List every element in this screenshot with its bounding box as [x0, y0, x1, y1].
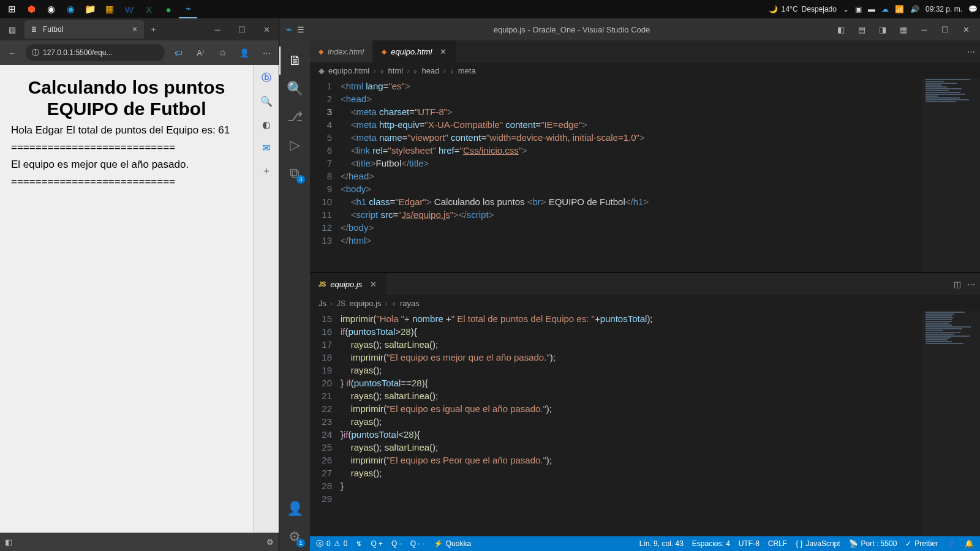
bing-icon[interactable]: ⓑ — [256, 67, 277, 88]
explorer-icon[interactable]: 📁 — [81, 0, 99, 18]
vscode-icon[interactable]: ⌁ — [179, 0, 197, 18]
status-problems[interactable]: ⓧ0⚠0 — [316, 539, 347, 549]
layout-icon[interactable]: ◧ — [833, 25, 849, 34]
weather-desc: Despejado — [802, 5, 837, 13]
extensions-badge: 3 — [296, 175, 305, 184]
onedrive-icon[interactable]: ☁ — [881, 5, 889, 13]
account-icon[interactable]: 👤 — [279, 495, 310, 523]
code-editor[interactable]: 151617181920212223242526272829 imprimir(… — [310, 311, 980, 536]
layout-icon[interactable]: ▤ — [854, 25, 870, 34]
maximize-button[interactable]: ☐ — [230, 20, 254, 39]
close-button[interactable]: ✕ — [254, 20, 279, 39]
settings-icon[interactable]: ⚙ — [266, 538, 274, 547]
sidebar-toggle-icon[interactable]: ◧ — [5, 538, 12, 547]
status-feedback-icon[interactable]: 👤 — [947, 539, 956, 548]
wifi-icon[interactable]: 📶 — [895, 5, 904, 13]
more-icon[interactable]: ⋯ — [258, 44, 275, 61]
back-button[interactable]: ← — [4, 44, 21, 61]
status-liveserver[interactable]: 📡Port : 5500 — [849, 539, 897, 548]
status-q-dd[interactable]: Q - - — [410, 539, 425, 548]
page-line-2: El equipo es mejor que el año pasado. — [11, 159, 242, 171]
source-control-icon[interactable]: ⎇ — [279, 103, 310, 131]
line-gutter: 12345678910111213 — [310, 78, 341, 272]
status-eol[interactable]: CRLF — [768, 539, 787, 548]
run-debug-icon[interactable]: ▷ — [279, 131, 310, 159]
status-q-minus[interactable]: Q - — [391, 539, 402, 548]
minimize-button[interactable]: ─ — [205, 20, 230, 39]
spotify-icon[interactable]: ● — [159, 0, 178, 18]
outlook-icon[interactable]: ✉ — [256, 137, 277, 158]
close-tab-icon[interactable]: ✕ — [440, 47, 447, 56]
layout-icon[interactable]: ◨ — [875, 25, 891, 34]
info-icon: ⓘ — [32, 48, 39, 58]
url-text: 127.0.0.1:5500/equ... — [43, 48, 112, 57]
chrome-icon[interactable]: ◉ — [42, 0, 60, 18]
address-bar[interactable]: ⓘ 127.0.0.1:5500/equ... — [26, 44, 165, 61]
error-icon: ⓧ — [316, 539, 323, 549]
status-bell-icon[interactable]: 🔔 — [965, 539, 974, 548]
html-file-icon: ◆ — [318, 48, 323, 56]
clock[interactable]: 09:32 p. m. — [925, 5, 962, 13]
new-tab-button[interactable]: ＋ — [144, 24, 162, 35]
explorer-icon[interactable]: 🗎 — [279, 47, 310, 75]
word-icon[interactable]: W — [120, 0, 138, 18]
page-heading: Calculando los puntos EQUIPO de Futbol — [11, 77, 242, 119]
breadcrumb[interactable]: ◆ equipo.html›⬨ html›⬨ head›⬨ meta — [310, 62, 980, 78]
status-q-plus[interactable]: Q + — [371, 539, 383, 548]
status-encoding[interactable]: UTF-8 — [739, 539, 760, 548]
volume-icon[interactable]: 🔊 — [910, 5, 919, 13]
editor-pane-bottom: JSequipo.js✕◫⋯ Js›JS equipo.js›⬨ rayas 1… — [310, 273, 980, 536]
search-icon[interactable]: 🔍 — [256, 91, 277, 111]
excel-icon[interactable]: X — [140, 0, 158, 18]
start-button[interactable]: ⊞ — [2, 0, 21, 18]
status-prettier[interactable]: ✓Prettier — [905, 539, 938, 548]
code-editor[interactable]: 12345678910111213 <html lang="es"><head>… — [310, 78, 980, 272]
battery-icon[interactable]: ▬ — [868, 5, 875, 13]
close-tab-icon[interactable]: ✕ — [370, 280, 377, 289]
notifications-icon[interactable]: 💬 — [968, 5, 978, 13]
maximize-button[interactable]: ☐ — [937, 25, 953, 34]
vscode-window: ⌁ ☰ equipo.js - Oracle_One - Visual Stud… — [279, 18, 980, 551]
editor-tab[interactable]: ◆equipo.html✕ — [373, 40, 456, 62]
minimap[interactable] — [922, 311, 980, 536]
profile-icon[interactable]: 👤 — [236, 44, 253, 61]
menu-button[interactable]: ☰ — [297, 25, 304, 34]
layout-icon[interactable]: ▦ — [895, 25, 911, 34]
status-debug[interactable]: ↯ — [356, 539, 362, 548]
tray-icon[interactable]: ▣ — [855, 5, 862, 13]
read-aloud-icon[interactable]: A⁾ — [192, 44, 209, 61]
copilot-icon[interactable]: ◐ — [256, 114, 277, 135]
close-button[interactable]: ✕ — [958, 25, 974, 34]
code-content: <html lang="es"><head> <meta charset="UT… — [341, 78, 980, 272]
plus-icon[interactable]: ＋ — [256, 160, 277, 181]
sublime-icon[interactable]: ▦ — [100, 0, 119, 18]
split-icon[interactable]: ◫ — [954, 280, 961, 289]
weather-widget[interactable]: 🌙 14°C Despejado — [769, 5, 837, 13]
chevron-down-icon[interactable]: ⌄ — [843, 5, 849, 13]
tab-label: index.html — [328, 47, 364, 56]
status-spaces[interactable]: Espacios: 4 — [692, 539, 730, 548]
status-position[interactable]: Lín. 9, col. 43 — [639, 539, 684, 548]
more-icon[interactable]: ⋯ — [967, 47, 975, 56]
more-icon[interactable]: ⋯ — [967, 280, 975, 289]
tabs-button[interactable]: ▥ — [0, 25, 24, 34]
status-quokka[interactable]: ⚡Quokka — [434, 539, 471, 548]
tag-icon[interactable]: 🏷 — [170, 44, 187, 61]
minimap[interactable] — [922, 78, 980, 272]
minimize-button[interactable]: ─ — [916, 25, 932, 34]
edge-sidebar: ⓑ 🔍 ◐ ✉ ＋ — [253, 65, 279, 533]
settings-icon[interactable]: ⚙1 — [279, 523, 310, 551]
status-language[interactable]: { }JavaScript — [796, 539, 840, 548]
search-icon[interactable]: 🔍 — [279, 75, 310, 103]
editor-tab[interactable]: JSequipo.js✕ — [310, 273, 386, 295]
tab-bar: ◆index.html◆equipo.html✕⋯ — [310, 40, 980, 62]
favorite-icon[interactable]: ✩ — [214, 44, 231, 61]
page-separator-2: =========================== — [11, 176, 242, 188]
close-tab-icon[interactable]: ✕ — [132, 25, 138, 34]
extensions-icon[interactable]: ⧉3 — [279, 159, 310, 187]
breadcrumb[interactable]: Js›JS equipo.js›⬨ rayas — [310, 295, 980, 311]
edge-icon[interactable]: ◉ — [61, 0, 80, 18]
editor-tab[interactable]: ◆index.html — [310, 40, 373, 62]
brave-icon[interactable]: ⬢ — [22, 0, 40, 18]
browser-tab[interactable]: 🗎 Futbol ✕ — [24, 20, 144, 39]
